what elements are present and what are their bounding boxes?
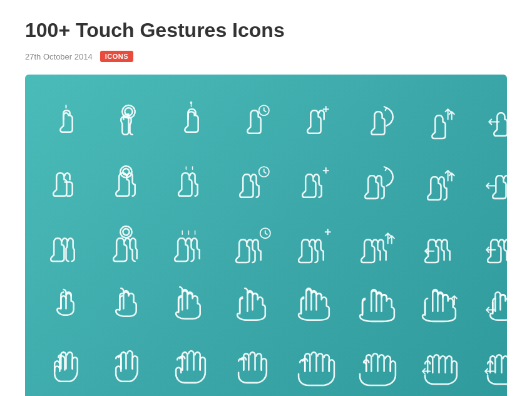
icon-palm-spread-1: [38, 339, 94, 395]
icon-swipe-horizontal: [476, 93, 532, 150]
icon-palm-spread-8: [476, 339, 532, 395]
meta-row: 27th October 2014 ICONS: [25, 51, 507, 62]
icon-three-finger-swipe-side: [413, 216, 469, 273]
icon-two-finger-double-tap: [100, 155, 156, 211]
icon-open-hand-7: [413, 278, 469, 334]
icon-swipe-up: [413, 93, 469, 150]
icon-palm-spread-3: [163, 339, 219, 395]
icon-three-finger-press: [163, 216, 219, 273]
icon-two-finger-add: [288, 155, 344, 211]
icon-double-tap: [100, 93, 156, 150]
svg-point-6: [123, 229, 129, 235]
icon-palm-spread-7: [413, 339, 469, 395]
icon-palm-spread-6: [350, 339, 407, 395]
icon-rotate: [350, 93, 407, 150]
icon-open-hand-5: [288, 278, 344, 334]
icon-three-finger-add: [288, 216, 344, 273]
icon-three-finger-timed: [225, 216, 282, 273]
icon-two-finger-press: [163, 155, 219, 211]
icon-three-finger-tap: [38, 216, 94, 273]
icon-add-tap: [288, 93, 344, 150]
tag-badge[interactable]: ICONS: [100, 51, 133, 62]
icon-open-hand-4: [225, 278, 282, 334]
icon-open-hand-swipe-h: [476, 278, 532, 334]
icon-open-hand-3: [163, 278, 219, 334]
icon-two-finger-swipe-up: [413, 155, 469, 211]
icon-two-finger-timed: [225, 155, 282, 211]
icon-palm-spread-5: [288, 339, 344, 395]
icon-three-finger-swipe-horizontal: [476, 216, 532, 273]
icon-open-hand-1: [38, 278, 94, 334]
page-title: 100+ Touch Gestures Icons: [25, 19, 507, 42]
icon-open-hand-6: [350, 278, 407, 334]
icon-grid-container: [25, 75, 507, 396]
svg-point-7: [120, 226, 131, 237]
icon-two-finger-rotate: [350, 155, 407, 211]
icon-two-finger-swipe-horizontal: [476, 155, 532, 211]
icon-open-hand-2: [100, 278, 156, 334]
icon-three-finger-swipe-up: [350, 216, 407, 273]
icon-palm-spread-4: [225, 339, 282, 395]
icon-three-finger-double-tap: [100, 216, 156, 273]
icon-grid: [38, 93, 494, 395]
icon-timed-tap: [225, 93, 282, 150]
icon-long-press: [163, 93, 219, 150]
icon-palm-spread-2: [100, 339, 156, 395]
icon-single-tap: [38, 93, 94, 150]
date-label: 27th October 2014: [25, 52, 93, 61]
icon-two-finger-tap: [38, 155, 94, 211]
